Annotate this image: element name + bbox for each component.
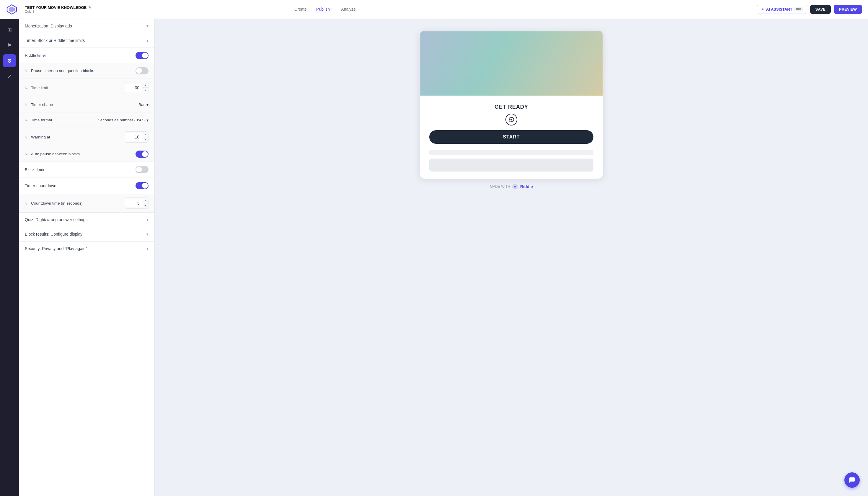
countdown-time-row: ↳ Countdown time (in seconds) 3 ▲ ▼ bbox=[19, 194, 154, 212]
section-rightwrong-header[interactable]: Quiz: Right/wrong answer settings ▾ bbox=[19, 213, 154, 227]
indent-arrow-timelimit: ↳ bbox=[25, 86, 28, 90]
pause-timer-track[interactable] bbox=[136, 67, 149, 74]
chat-support-button[interactable] bbox=[844, 472, 860, 488]
section-blockresults-header[interactable]: Block results: Configure display ▾ bbox=[19, 227, 154, 242]
section-timer-chevron: ▴ bbox=[146, 38, 149, 43]
timer-countdown-toggle[interactable] bbox=[136, 182, 149, 189]
edit-icon[interactable]: ✎ bbox=[88, 5, 92, 10]
nav-publish[interactable]: Publish* bbox=[316, 5, 331, 13]
countdown-down[interactable]: ▼ bbox=[142, 203, 149, 208]
quiz-title: TEST YOUR MOVIE KNOWLEDGE ✎ bbox=[25, 5, 92, 10]
time-limit-row: ↳ Time limit 30 ▲ ▼ bbox=[19, 79, 154, 97]
section-rightwrong-label: Quiz: Right/wrong answer settings bbox=[25, 217, 88, 222]
time-limit-input[interactable]: 30 bbox=[125, 83, 142, 92]
svg-marker-1 bbox=[9, 6, 15, 12]
block-timer-row: Block timer bbox=[19, 162, 154, 177]
countdown-up[interactable]: ▲ bbox=[142, 198, 149, 203]
section-timer-content: Riddle timer ↳ Pause timer on non questi… bbox=[19, 48, 154, 177]
sidebar-share-button[interactable]: ↗ bbox=[3, 70, 16, 83]
timer-shape-select[interactable]: Bar ▾ bbox=[138, 103, 149, 107]
block-timer-label: Block timer bbox=[25, 167, 45, 172]
nav-analyze[interactable]: Analyze bbox=[341, 5, 356, 13]
time-limit-text: Time limit bbox=[31, 86, 48, 90]
preview-area: GET READY START MADE WITH bbox=[155, 19, 868, 496]
timer-shape-row: ↳ Timer shape Bar ▾ bbox=[19, 97, 154, 112]
timer-countdown-track[interactable] bbox=[136, 182, 149, 189]
main-navigation: Create Publish* Analyze bbox=[294, 5, 356, 13]
quiz-card-image bbox=[420, 31, 603, 96]
time-limit-label: ↳ Time limit bbox=[25, 86, 48, 90]
info-icon[interactable]: ℹ bbox=[33, 10, 34, 14]
time-limit-up[interactable]: ▲ bbox=[142, 82, 149, 88]
section-countdown-content: ↳ Countdown time (in seconds) 3 ▲ ▼ bbox=[19, 194, 154, 213]
sidebar-settings-button[interactable]: ⚙ bbox=[3, 54, 16, 67]
time-format-row: ↳ Time format Seconds as number (0:47) ▾ bbox=[19, 112, 154, 128]
warning-at-label: ↳ Warning at bbox=[25, 135, 50, 139]
warning-at-input[interactable]: 10 bbox=[125, 133, 142, 141]
riddle-footer: MADE WITH R Riddle bbox=[485, 179, 537, 195]
indent-arrow-countdown: ↳ bbox=[25, 201, 28, 205]
start-button[interactable]: START bbox=[429, 130, 593, 144]
quiz-title-block: TEST YOUR MOVIE KNOWLEDGE ✎ Quiz ℹ bbox=[25, 5, 92, 14]
section-monetization-label: Monetization: Display ads bbox=[25, 24, 72, 28]
section-monetization-header[interactable]: Monetization: Display ads ▾ bbox=[19, 19, 154, 33]
warning-at-input-wrap: 10 ▲ ▼ bbox=[125, 131, 149, 143]
auto-pause-track[interactable] bbox=[136, 151, 149, 158]
warning-at-up[interactable]: ▲ bbox=[142, 132, 149, 137]
section-security-header[interactable]: Security: Privacy and "Play again" ▾ bbox=[19, 242, 154, 256]
time-limit-input-wrap: 30 ▲ ▼ bbox=[125, 82, 149, 93]
settings-panel: Monetization: Display ads ▾ Timer: Block… bbox=[19, 19, 155, 496]
section-timer-label: Timer: Block or Riddle time limits bbox=[25, 38, 85, 43]
riddle-timer-toggle[interactable] bbox=[136, 52, 149, 59]
riddle-timer-row: Riddle timer bbox=[19, 48, 154, 63]
riddle-brand: Riddle bbox=[520, 184, 533, 189]
svg-point-3 bbox=[510, 119, 512, 121]
chat-icon bbox=[849, 477, 856, 484]
pause-timer-text: Pause timer on non question blocks bbox=[31, 68, 94, 73]
pause-timer-row: ↳ Pause timer on non question blocks bbox=[19, 63, 154, 79]
nav-create[interactable]: Create bbox=[294, 5, 307, 13]
riddle-logo-icon: R bbox=[512, 183, 518, 190]
time-limit-down[interactable]: ▼ bbox=[142, 88, 149, 93]
section-security-label: Security: Privacy and "Play again" bbox=[25, 246, 87, 251]
ai-sparkle-icon: ✦ bbox=[761, 7, 764, 12]
section-security-chevron: ▾ bbox=[146, 246, 149, 251]
auto-pause-toggle[interactable] bbox=[136, 151, 149, 158]
auto-pause-row: ↳ Auto pause between blocks bbox=[19, 146, 154, 162]
countdown-time-text: Countdown time (in seconds) bbox=[31, 201, 83, 205]
quiz-title-text: TEST YOUR MOVIE KNOWLEDGE bbox=[25, 5, 87, 10]
quiz-subtitle: Quiz ℹ bbox=[25, 10, 92, 14]
timer-icon bbox=[506, 114, 517, 125]
pause-timer-toggle[interactable] bbox=[136, 67, 149, 74]
countdown-time-label: ↳ Countdown time (in seconds) bbox=[25, 201, 83, 205]
riddle-timer-label: Riddle timer bbox=[25, 53, 46, 58]
quiz-type-label: Quiz bbox=[25, 10, 32, 13]
top-navigation: TEST YOUR MOVIE KNOWLEDGE ✎ Quiz ℹ Creat… bbox=[0, 0, 868, 19]
time-format-chevron: ▾ bbox=[146, 118, 149, 123]
quiz-button-blurred bbox=[429, 158, 593, 172]
warning-at-text: Warning at bbox=[31, 135, 50, 139]
sidebar-grid-button[interactable]: ⊞ bbox=[3, 24, 16, 36]
section-timer-header[interactable]: Timer: Block or Riddle time limits ▴ bbox=[19, 33, 154, 48]
timer-shape-chevron: ▾ bbox=[146, 103, 149, 107]
section-countdown-header: Timer countdown bbox=[19, 177, 154, 194]
header-actions: ✦ AI ASSISTANT ⌘K SAVE PREVIEW bbox=[757, 5, 862, 14]
indent-arrow-shape: ↳ bbox=[25, 103, 28, 107]
clock-icon bbox=[508, 116, 515, 123]
save-button[interactable]: SAVE bbox=[810, 5, 831, 14]
countdown-time-input[interactable]: 3 bbox=[125, 199, 142, 207]
time-format-select[interactable]: Seconds as number (0:47) ▾ bbox=[98, 118, 149, 123]
indent-arrow-pause: ↳ bbox=[25, 68, 28, 73]
timer-shape-text: Timer shape bbox=[31, 103, 53, 107]
sidebar-flag-button[interactable]: ⚑ bbox=[3, 39, 16, 52]
logo-area[interactable] bbox=[6, 3, 18, 15]
time-limit-spinners: ▲ ▼ bbox=[142, 82, 149, 93]
warning-at-down[interactable]: ▼ bbox=[142, 137, 149, 142]
block-timer-toggle[interactable] bbox=[136, 166, 149, 173]
section-blockresults-label: Block results: Configure display bbox=[25, 232, 82, 236]
block-timer-track[interactable] bbox=[136, 166, 149, 173]
riddle-timer-track[interactable] bbox=[136, 52, 149, 59]
time-format-text: Time format bbox=[31, 118, 52, 122]
preview-button[interactable]: PREVIEW bbox=[834, 5, 862, 14]
ai-assistant-button[interactable]: ✦ AI ASSISTANT ⌘K bbox=[757, 5, 807, 14]
